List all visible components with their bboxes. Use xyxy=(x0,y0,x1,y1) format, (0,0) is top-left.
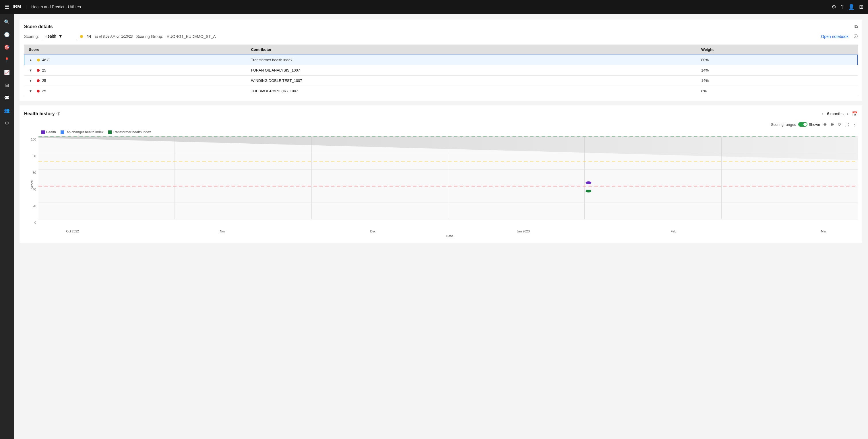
notebook-info-icon[interactable]: ⓘ xyxy=(854,34,858,39)
row4-score: 25 xyxy=(42,89,46,93)
reset-zoom-button[interactable]: ↺ xyxy=(837,121,842,128)
more-options-button[interactable]: ⋮ xyxy=(851,121,858,128)
legend-transformer: Transformer health index xyxy=(108,130,151,134)
toggle-switch[interactable] xyxy=(798,122,807,127)
chart-svg-container: Oct 2022 Nov Dec Jan 2023 Feb Mar Score xyxy=(38,137,858,233)
y-tick-100: 100 xyxy=(31,138,36,141)
x-tick-dec: Dec xyxy=(340,230,406,233)
tap-changer-legend-color xyxy=(61,130,64,134)
sidebar-settings[interactable]: ⚙ xyxy=(1,117,12,129)
chart-svg xyxy=(38,137,858,228)
row4-weight: 8% xyxy=(696,86,857,96)
transformer-data-point[interactable] xyxy=(586,190,591,193)
scoring-ranges-label: Scoring ranges xyxy=(771,122,796,127)
history-controls: ‹ 6 months › 📅 xyxy=(821,110,858,118)
chevron-down-icon: ▼ xyxy=(59,34,63,38)
apps-icon[interactable]: ⊞ xyxy=(859,4,863,10)
next-period-button[interactable]: › xyxy=(846,110,849,118)
health-legend-color xyxy=(41,130,45,134)
help-icon[interactable]: ? xyxy=(841,4,844,10)
sidebar-search[interactable]: 🔍 xyxy=(1,16,12,28)
row2-score: 25 xyxy=(42,68,46,72)
sidebar-grid[interactable]: ⊞ xyxy=(1,79,12,91)
row1-contributor: Transformer health index xyxy=(246,55,696,65)
sidebar-target[interactable]: 🎯 xyxy=(1,41,12,53)
health-legend-label: Health xyxy=(46,130,56,134)
score-dot xyxy=(80,35,83,38)
score-table: Score Contributor Weight ▲ 46.8 Transf xyxy=(24,45,858,96)
expand-icon[interactable]: ▼ xyxy=(29,89,32,93)
ibm-logo: IBM xyxy=(12,4,21,9)
x-tick-feb: Feb xyxy=(640,230,707,233)
col-score: Score xyxy=(24,45,247,55)
table-row: ▼ 25 THERMOGRAPH (IR)_1007 8% xyxy=(24,86,858,96)
open-notebook-link[interactable]: Open notebook xyxy=(821,34,848,39)
col-contributor: Contributor xyxy=(246,45,696,55)
health-data-point[interactable] xyxy=(586,181,591,184)
row3-score: 25 xyxy=(42,79,46,83)
settings-icon[interactable]: ⚙ xyxy=(832,4,836,10)
health-history-header: Health history ⓘ ‹ 6 months › 📅 xyxy=(24,110,858,118)
zoom-out-button[interactable]: ⊖ xyxy=(830,121,835,128)
tap-changer-legend-label: Tap changer health index xyxy=(65,130,104,134)
top-navigation: ☰ IBM | Health and Predict - Utilities ⚙… xyxy=(0,0,868,14)
table-row: ▲ 46.8 Transformer health index 80% xyxy=(24,55,858,65)
row4-dot xyxy=(37,90,40,92)
calendar-icon[interactable]: 📅 xyxy=(852,111,858,117)
y-tick-60: 60 xyxy=(33,171,36,174)
health-history-card: Health history ⓘ ‹ 6 months › 📅 Scoring … xyxy=(20,106,862,243)
row2-score-cell: ▼ 25 xyxy=(24,65,247,76)
topnav-actions: ⚙ ? 👤 ⊞ xyxy=(832,4,863,10)
y-tick-0: 0 xyxy=(34,221,36,224)
chart-legend: Health Tap changer health index Transfor… xyxy=(24,130,858,134)
sidebar-history[interactable]: 🕐 xyxy=(1,29,12,40)
row2-contributor: FURAN OIL ANALYSIS_1007 xyxy=(246,65,696,76)
sidebar-users[interactable]: 👥 xyxy=(1,105,12,116)
legend-tap-changer: Tap changer health index xyxy=(61,130,104,134)
col-weight: Weight xyxy=(696,45,857,55)
legend-health: Health xyxy=(41,130,56,134)
x-tick-oct: Oct 2022 xyxy=(39,230,106,233)
y-tick-80: 80 xyxy=(33,154,36,158)
scoring-row: Scoring: Health ▼ 44 as of 8:59 AM on 1/… xyxy=(24,33,858,40)
row2-weight: 14% xyxy=(696,65,857,76)
score-meta: as of 8:59 AM on 1/13/23 xyxy=(94,34,133,38)
expand-icon[interactable]: ▼ xyxy=(29,79,32,83)
chart-toolbar: ⊕ ⊖ ↺ ⛶ ⋮ xyxy=(823,121,858,128)
sidebar-chart[interactable]: 📈 xyxy=(1,67,12,78)
chart-area: Health Tap changer health index Transfor… xyxy=(24,130,858,238)
main-content: Score details ⧉ Scoring: Health ▼ 44 as … xyxy=(14,14,868,439)
left-sidebar: 🔍 🕐 🎯 📍 📈 ⊞ 💬 👥 ⚙ xyxy=(0,14,14,439)
scoring-group-label: Scoring Group: xyxy=(136,34,163,39)
y-tick-20: 20 xyxy=(33,204,36,208)
score-details-card: Score details ⧉ Scoring: Health ▼ 44 as … xyxy=(20,20,862,101)
expand-icon[interactable]: ▲ xyxy=(29,58,32,62)
prev-period-button[interactable]: ‹ xyxy=(821,110,825,118)
row3-contributor: WINDING DOBLE TEST_1007 xyxy=(246,76,696,86)
x-axis: Oct 2022 Nov Dec Jan 2023 Feb Mar xyxy=(38,230,858,233)
chart-with-y-axis: 100 80 60 40 20 0 xyxy=(24,137,858,233)
scoring-ranges-row: Scoring ranges Shown ⊕ ⊖ ↺ ⛶ ⋮ xyxy=(24,121,858,128)
zoom-in-button[interactable]: ⊕ xyxy=(823,121,828,128)
expand-icon[interactable]: ▼ xyxy=(29,68,32,72)
scoring-dropdown[interactable]: Health ▼ xyxy=(42,33,76,40)
period-label: 6 months xyxy=(827,112,844,116)
score-details-title: Score details xyxy=(24,24,53,29)
x-tick-nov: Nov xyxy=(189,230,256,233)
user-icon[interactable]: 👤 xyxy=(848,4,855,10)
row3-score-cell: ▼ 25 xyxy=(24,76,247,86)
shown-label: Shown xyxy=(809,122,820,127)
history-info-icon[interactable]: ⓘ xyxy=(57,111,60,116)
row2-dot xyxy=(37,69,40,72)
sidebar-location[interactable]: 📍 xyxy=(1,54,12,65)
row1-score: 46.8 xyxy=(42,58,50,62)
row3-weight: 14% xyxy=(696,76,857,86)
row3-dot xyxy=(37,79,40,82)
copy-icon[interactable]: ⧉ xyxy=(855,24,858,29)
menu-icon[interactable]: ☰ xyxy=(5,4,9,10)
score-details-header: Score details ⧉ xyxy=(24,24,858,29)
health-history-title: Health history xyxy=(24,111,55,116)
expand-chart-button[interactable]: ⛶ xyxy=(844,121,850,128)
sidebar-chat[interactable]: 💬 xyxy=(1,92,12,104)
transformer-legend-label: Transformer health index xyxy=(113,130,151,134)
